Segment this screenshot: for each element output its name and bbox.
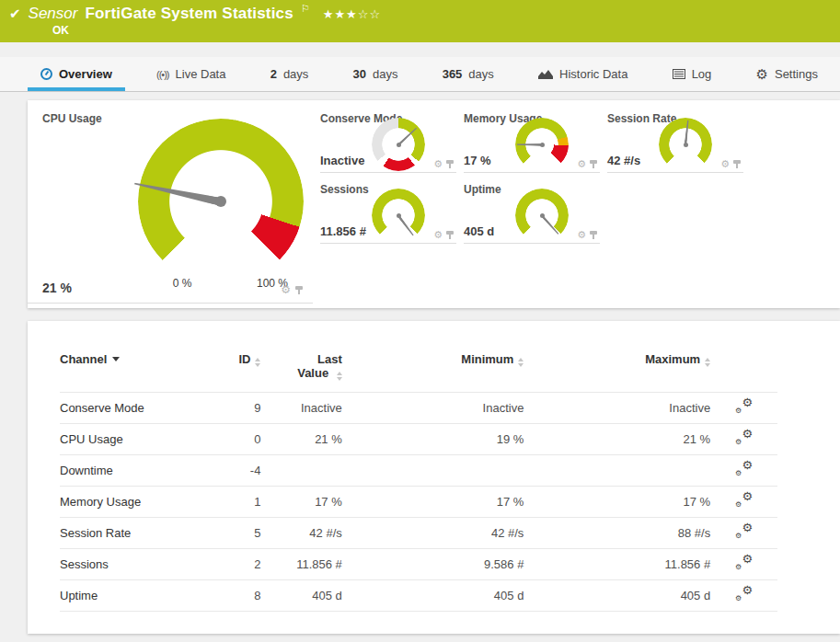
channel-last-value: 42 #/s [260, 518, 341, 549]
edit-channel-gears-icon[interactable]: ⚙⚙ [735, 430, 753, 446]
channel-id: 0 [203, 424, 260, 455]
tile-gear-icon[interactable]: ⚙ [577, 159, 586, 169]
tab-365-days-label: days [468, 67, 493, 81]
live-data-icon: ((•)) [156, 69, 169, 80]
sensor-header: ✔ Sensor FortiGate System Statistics ⚐ ★… [0, 0, 840, 42]
channel-last-value: 11.856 # [260, 549, 341, 580]
tab-2-days-number: 2 [270, 67, 277, 81]
column-header-id[interactable]: ID [203, 339, 260, 393]
channel-id: -4 [203, 455, 260, 487]
gauge-icon [40, 68, 52, 80]
session-rate-gauge-hub [684, 143, 688, 147]
sensor-title: FortiGate System Statistics [85, 5, 293, 23]
tab-30-days-label: days [373, 67, 397, 81]
stars-filled[interactable]: ★★★ [323, 7, 358, 21]
channel-table: Channel ID Last Value Minimum Maximum Co… [60, 339, 777, 612]
channel-maximum: 405 d [524, 580, 710, 612]
tab-settings[interactable]: ⚙ Settings [743, 57, 831, 91]
object-kind-label: Sensor [29, 5, 78, 23]
channel-last-value: Inactive [260, 393, 341, 424]
tile-pin-icon[interactable] [445, 230, 455, 240]
status-badge: OK [52, 24, 829, 37]
sessions-gauge-tile: Sessions 11.856 # ⚙ [320, 183, 456, 244]
tab-live-data[interactable]: ((•)) Live Data [144, 57, 238, 91]
tab-settings-label: Settings [775, 67, 818, 81]
channel-name: Downtime [60, 455, 203, 487]
column-header-minimum[interactable]: Minimum [342, 339, 524, 393]
conserve-mode-gauge [372, 118, 425, 171]
column-header-maximum[interactable]: Maximum [524, 339, 710, 393]
cpu-gauge-title: CPU Usage [42, 112, 102, 125]
tile-value: 42 #/s [607, 154, 640, 167]
sort-arrows-icon [255, 358, 260, 367]
cpu-tile-gear-icon[interactable]: ⚙ [281, 284, 291, 295]
table-row-uptime: Uptime 8 405 d 405 d 405 d ⚙⚙ [60, 580, 777, 612]
tile-pin-icon[interactable] [589, 230, 598, 240]
edit-channel-gears-icon[interactable]: ⚙⚙ [735, 493, 753, 509]
channel-id: 1 [203, 487, 260, 518]
channel-last-value: 405 d [260, 580, 341, 612]
tab-live-data-label: Live Data [176, 67, 226, 81]
flag-icon[interactable]: ⚐ [301, 3, 310, 15]
tab-2-days[interactable]: 2 days [258, 57, 322, 91]
log-list-icon [673, 69, 685, 79]
channel-minimum: 405 d [342, 580, 524, 612]
tile-pin-icon[interactable] [732, 159, 742, 169]
channel-name: Sessions [60, 549, 203, 580]
sessions-gauge-hub [397, 213, 401, 218]
tile-gear-icon[interactable]: ⚙ [433, 230, 443, 240]
sort-caret-down-icon [112, 357, 120, 361]
session-rate-gauge-tile: Session Rate 42 #/s ⚙ [607, 112, 743, 173]
tile-value: 17 % [464, 154, 491, 167]
column-header-last-value[interactable]: Last Value [260, 339, 341, 393]
tab-bar: Overview ((•)) Live Data 2 days 30 days … [0, 57, 840, 92]
sessions-gauge [372, 189, 425, 242]
uptime-gauge [515, 189, 569, 242]
edit-channel-gears-icon[interactable]: ⚙⚙ [735, 399, 753, 415]
session-rate-gauge [659, 118, 712, 171]
tab-365-days-number: 365 [443, 67, 463, 81]
cpu-gauge-value: 21 % [42, 281, 72, 295]
channel-maximum: 21 % [524, 424, 710, 455]
sort-arrows-icon [518, 358, 524, 367]
channel-minimum: Inactive [342, 393, 524, 424]
channel-id: 5 [203, 518, 260, 549]
tile-pin-icon[interactable] [589, 159, 598, 169]
gauges-panel: CPU Usage 0 % 100 % 21 % ⚙ Conserve Mode… [28, 100, 840, 308]
edit-channel-gears-icon[interactable]: ⚙⚙ [735, 556, 753, 571]
table-row-downtime: Downtime -4 ⚙⚙ [60, 455, 777, 487]
tile-value: Inactive [320, 154, 364, 167]
cpu-gauge [138, 119, 304, 284]
tile-gear-icon[interactable]: ⚙ [433, 159, 443, 169]
settings-gear-icon: ⚙ [756, 66, 768, 83]
historic-chart-icon [538, 69, 553, 80]
tab-log[interactable]: Log [660, 57, 725, 91]
memory-gauge-hub [540, 143, 545, 147]
channel-minimum: 17 % [342, 487, 524, 518]
edit-channel-gears-icon[interactable]: ⚙⚙ [735, 462, 753, 477]
tab-overview[interactable]: Overview [28, 57, 125, 91]
tab-30-days-number: 30 [353, 67, 366, 81]
table-row-sessions: Sessions 2 11.856 # 9.586 # 11.856 # ⚙⚙ [60, 549, 777, 580]
channel-minimum: 42 #/s [342, 518, 524, 549]
edit-channel-gears-icon[interactable]: ⚙⚙ [735, 524, 753, 540]
channel-name: Uptime [60, 580, 203, 612]
channel-maximum: 88 #/s [524, 518, 710, 549]
channel-id: 8 [203, 580, 260, 612]
tab-30-days[interactable]: 30 days [340, 57, 411, 91]
table-row-session-rate: Session Rate 5 42 #/s 42 #/s 88 #/s ⚙⚙ [60, 518, 777, 549]
channel-maximum: 17 % [524, 487, 710, 518]
cpu-tile-pin-icon[interactable] [294, 285, 304, 295]
cpu-gauge-hub [215, 196, 226, 207]
channel-last-value [260, 455, 341, 487]
priority-stars[interactable]: ★★★☆☆ [323, 7, 381, 21]
column-header-channel[interactable]: Channel [60, 339, 203, 393]
tile-gear-icon[interactable]: ⚙ [720, 159, 730, 169]
tab-historic-data[interactable]: Historic Data [525, 57, 640, 91]
tile-pin-icon[interactable] [445, 159, 455, 169]
cpu-gauge-scale-min: 0 % [164, 277, 201, 290]
edit-channel-gears-icon[interactable]: ⚙⚙ [735, 587, 753, 602]
tab-365-days[interactable]: 365 days [430, 57, 507, 91]
tile-gear-icon[interactable]: ⚙ [577, 230, 586, 240]
stars-empty[interactable]: ☆☆ [358, 7, 381, 21]
